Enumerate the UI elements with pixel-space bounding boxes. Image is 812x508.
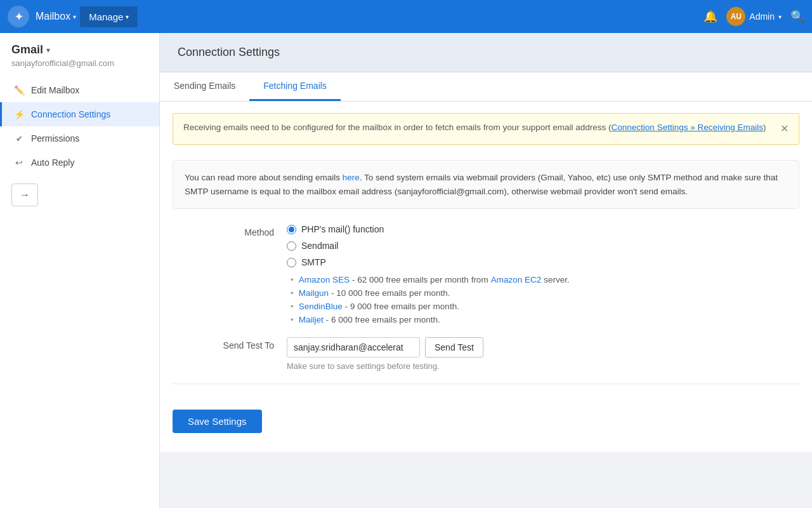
send-test-group: Send Test: [287, 337, 799, 358]
smtp-ses-rest: - 62 000 free emails per month from: [352, 275, 488, 284]
method-options: PHP's mail() function Sendmail SMTP: [287, 224, 799, 324]
sidebar-header: Gmail ▾ sanjayforofficial@gmail.com: [0, 33, 159, 73]
smtp-sendinblue-rest: - 9 000 free emails per month.: [345, 302, 459, 311]
manage-label: Manage: [89, 11, 123, 22]
arrow-right-icon: →: [20, 189, 30, 201]
sidebar-item-auto-reply[interactable]: ↩ Auto Reply: [0, 150, 159, 175]
radio-smtp-label: SMTP: [301, 257, 326, 267]
save-row: Save Settings: [160, 410, 812, 452]
tab-sending-emails[interactable]: Sending Emails: [160, 72, 249, 101]
radio-php-mail-label: PHP's mail() function: [301, 224, 384, 234]
send-test-label: Send Test To: [173, 337, 287, 351]
topnav: ✦ Mailbox ▾ Manage ▾ 🔔 AU Admin ▾ 🔍: [0, 0, 812, 33]
sidebar-item-edit-mailbox[interactable]: ✏️ Edit Mailbox: [0, 78, 159, 102]
brand-dropdown-icon: ▾: [73, 13, 76, 20]
sidebar-title-text: Gmail: [11, 43, 43, 57]
hint-text: Make sure to save settings before testin…: [287, 361, 799, 371]
search-icon[interactable]: 🔍: [790, 10, 804, 23]
smtp-link-mailjet: Mailjet - 6 000 free emails per month.: [291, 315, 799, 324]
method-row: Method PHP's mail() function Sendmail: [173, 224, 799, 324]
amazon-ec2-link[interactable]: Amazon EC2: [491, 275, 542, 284]
radio-sendmail-label: Sendmail: [301, 241, 338, 251]
form-divider: [173, 384, 799, 384]
send-test-control: Send Test Make sure to save settings bef…: [287, 337, 799, 371]
method-label: Method: [173, 224, 287, 237]
tab-fetching-emails[interactable]: Fetching Emails: [249, 72, 341, 101]
brand-label[interactable]: Mailbox ▾: [36, 11, 76, 22]
smtp-link-mailgun: Mailgun - 10 000 free emails per month.: [291, 288, 799, 298]
send-test-row: Send Test To Send Test Make sure to save…: [173, 337, 799, 371]
sidebar: Gmail ▾ sanjayforofficial@gmail.com ✏️ E…: [0, 33, 160, 508]
sidebar-item-edit-mailbox-label: Edit Mailbox: [31, 85, 79, 95]
sidebar-item-auto-reply-label: Auto Reply: [31, 157, 74, 168]
manage-dropdown-icon: ▾: [126, 13, 129, 20]
connection-icon: ⚡: [13, 109, 25, 119]
send-test-button[interactable]: Send Test: [425, 337, 483, 358]
sidebar-arrow-button[interactable]: →: [11, 184, 38, 206]
save-settings-button[interactable]: Save Settings: [173, 410, 262, 433]
sidebar-title[interactable]: Gmail ▾: [11, 43, 148, 57]
content-area: Sending Emails Fetching Emails Receiving…: [160, 72, 812, 452]
topnav-right: 🔔 AU Admin ▾ 🔍: [704, 7, 804, 26]
sidebar-item-permissions-label: Permissions: [31, 133, 79, 144]
avatar: AU: [726, 7, 745, 26]
info-text-block: You can read more about sending emails h…: [173, 160, 799, 209]
sidebar-item-connection-settings-label: Connection Settings: [31, 109, 110, 119]
brand-text: Mailbox: [36, 11, 70, 22]
smtp-link-sendinblue: SendinBlue - 9 000 free emails per month…: [291, 302, 799, 311]
radio-php-mail-input[interactable]: [287, 225, 296, 234]
smtp-ses-rest2: server.: [544, 275, 570, 284]
page-header: Connection Settings: [160, 33, 812, 72]
radio-sendmail-input[interactable]: [287, 241, 296, 251]
layout: Gmail ▾ sanjayforofficial@gmail.com ✏️ E…: [0, 33, 812, 508]
admin-dropdown-icon: ▾: [778, 13, 782, 20]
manage-menu[interactable]: Manage ▾: [80, 6, 138, 27]
alert-banner: Receiving emails need to be configured f…: [173, 113, 799, 145]
notification-icon[interactable]: 🔔: [704, 10, 717, 23]
sidebar-dropdown-icon: ▾: [46, 46, 50, 55]
mailgun-link[interactable]: Mailgun: [299, 288, 329, 298]
logo-icon: ✦: [8, 6, 29, 27]
permissions-icon: ✔: [13, 134, 25, 144]
sendinblue-link[interactable]: SendinBlue: [299, 302, 343, 311]
admin-label: Admin: [749, 11, 775, 22]
smtp-mailjet-rest: - 6 000 free emails per month.: [326, 315, 440, 324]
radio-smtp-input[interactable]: [287, 258, 296, 267]
amazon-ses-link[interactable]: Amazon SES: [299, 275, 350, 284]
radio-php-mail[interactable]: PHP's mail() function: [287, 224, 799, 234]
info-here-link[interactable]: here: [343, 173, 360, 182]
mailjet-link[interactable]: Mailjet: [299, 315, 324, 324]
smtp-mailgun-rest: - 10 000 free emails per month.: [331, 288, 450, 298]
radio-sendmail[interactable]: Sendmail: [287, 241, 799, 251]
sidebar-subtitle: sanjayforofficial@gmail.com: [11, 58, 148, 68]
info-text-before: You can read more about sending emails: [185, 173, 343, 182]
alert-close-button[interactable]: ✕: [780, 121, 789, 137]
main-content: Connection Settings Sending Emails Fetch…: [160, 33, 812, 508]
radio-group: PHP's mail() function Sendmail SMTP: [287, 224, 799, 267]
smtp-links: Amazon SES - 62 000 free emails per mont…: [291, 275, 799, 324]
sidebar-nav: ✏️ Edit Mailbox ⚡ Connection Settings ✔ …: [0, 78, 159, 175]
auto-reply-icon: ↩: [13, 157, 25, 168]
smtp-link-amazon-ses: Amazon SES - 62 000 free emails per mont…: [291, 275, 799, 284]
admin-menu[interactable]: AU Admin ▾: [726, 7, 782, 26]
tab-bar: Sending Emails Fetching Emails: [160, 72, 812, 102]
edit-icon: ✏️: [13, 85, 25, 95]
tab-sending-label: Sending Emails: [174, 81, 235, 91]
radio-smtp[interactable]: SMTP: [287, 257, 799, 267]
sidebar-item-connection-settings[interactable]: ⚡ Connection Settings: [0, 102, 159, 126]
alert-text: Receiving emails need to be configured f…: [183, 121, 766, 134]
send-test-input[interactable]: [287, 337, 420, 358]
alert-text-before: Receiving emails need to be configured f…: [183, 123, 612, 132]
alert-text-after: ): [763, 123, 766, 132]
tab-fetching-label: Fetching Emails: [263, 81, 327, 91]
page-title: Connection Settings: [178, 46, 794, 59]
alert-link[interactable]: Connection Settings » Receiving Emails: [612, 123, 763, 132]
body-content: You can read more about sending emails h…: [160, 156, 812, 410]
sidebar-item-permissions[interactable]: ✔ Permissions: [0, 126, 159, 150]
avatar-initials: AU: [731, 12, 742, 21]
